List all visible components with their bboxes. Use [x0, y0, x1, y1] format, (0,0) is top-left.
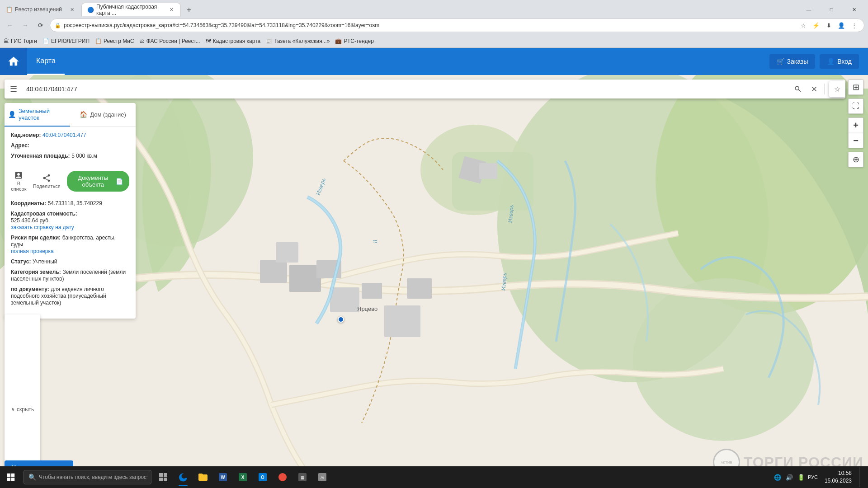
bm4-label: ФАС России | Реест...: [146, 38, 200, 44]
tab1-close[interactable]: ✕: [68, 6, 75, 13]
documents-button[interactable]: Документы объекта 📄: [67, 171, 129, 192]
map-nav-link[interactable]: Карта: [27, 48, 65, 75]
taskbar-app-app8[interactable]: Ai: [312, 467, 332, 487]
back-button[interactable]: ←: [4, 19, 16, 32]
svg-text:Ai: Ai: [321, 475, 324, 480]
tab-land-plot[interactable]: 👤 Земельный участок: [5, 103, 70, 127]
hide-label: скрыть: [17, 406, 34, 413]
svg-text:W: W: [221, 475, 225, 480]
address-box[interactable]: 🔒 росреестр-выписка.рус/кадастровая_карт…: [50, 19, 864, 32]
bookmark-egrip[interactable]: 📄 ЕГРЮЛ/ЕГРИП: [42, 38, 90, 44]
forward-button[interactable]: →: [19, 19, 32, 32]
start-button[interactable]: [0, 466, 22, 488]
taskbar-app-excel[interactable]: X: [233, 467, 253, 487]
taskbar-search-text: Чтобы начать поиск, введите здесь запрос: [39, 474, 146, 480]
svg-rect-8: [260, 260, 287, 283]
taskbar-app-app6[interactable]: [273, 467, 292, 487]
home-button[interactable]: [0, 48, 27, 75]
tray-network-icon[interactable]: 🌐: [773, 473, 782, 482]
tab1-title: Реестр извещений: [15, 6, 62, 13]
tab-building[interactable]: 🏠 Дом (здание): [70, 103, 136, 127]
status-label: Статус:: [11, 258, 31, 265]
minimize-button[interactable]: —: [798, 3, 819, 16]
reload-button[interactable]: ⟳: [34, 19, 47, 32]
list-icon: [14, 171, 23, 180]
search-divider: [824, 84, 825, 94]
fullscreen-button[interactable]: ⛶: [848, 99, 863, 114]
taskbar-app-outlook[interactable]: O: [253, 467, 273, 487]
kad-stoimost-row: Кадастровая стоимость: 525 430.64 руб. з…: [11, 210, 129, 230]
taskbar-right: 🌐 🔊 🔋 РУС 10:58 15.06.2023: [773, 467, 868, 487]
proverka-link[interactable]: полная проверка: [11, 248, 54, 254]
language-label: РУС: [808, 474, 818, 480]
share-button[interactable]: Поделиться: [33, 174, 61, 189]
orders-button[interactable]: 🛒 Заказы: [769, 54, 816, 69]
download-icon[interactable]: ⬇: [823, 20, 834, 31]
login-button[interactable]: 👤 Вход: [820, 54, 859, 69]
svg-rect-9: [276, 242, 298, 263]
systray: 🌐 🔊 🔋 РУС: [773, 473, 817, 482]
tab2-close[interactable]: ✕: [169, 6, 175, 14]
panel-body-details: Координаты: 54.733118, 35.740229 Кадастр…: [5, 195, 136, 314]
taskbar-search[interactable]: 🔍 Чтобы начать поиск, введите здесь запр…: [24, 470, 151, 484]
bookmark-rts[interactable]: 💼 РТС-тендер: [335, 38, 373, 44]
svg-rect-14: [384, 305, 420, 337]
map-container[interactable]: Изверь Изверь Изверь ≈ Ярцево ☰ ☆ 👤 Зе: [0, 75, 868, 488]
kad-stoimost-label: Кадастровая стоимость:: [11, 211, 77, 217]
add-to-list-button[interactable]: В список: [11, 171, 27, 192]
status-row: Статус: Учтенный: [11, 258, 129, 265]
bookmark-star-icon[interactable]: ☆: [798, 20, 809, 31]
search-input[interactable]: [23, 85, 790, 93]
address-bar-row: ← → ⟳ 🔒 росреестр-выписка.рус/кадастрова…: [0, 16, 868, 34]
riski-label: Риски при сделки:: [11, 235, 61, 241]
clock-time: 10:58: [825, 469, 852, 477]
bookmark-cadastre[interactable]: 🗺 Кадастровая карта: [206, 38, 261, 44]
adres-row: Адрес:: [11, 142, 129, 149]
kad-nomer-value[interactable]: 40:04:070401:477: [42, 132, 86, 138]
tray-battery-icon[interactable]: 🔋: [797, 473, 806, 482]
search-submit-button[interactable]: [790, 81, 806, 97]
spravka-link[interactable]: заказать справку на дату: [11, 224, 74, 230]
app8-icon: Ai: [317, 472, 328, 483]
close-button[interactable]: ✕: [844, 3, 864, 16]
layers-button[interactable]: ⊞: [848, 80, 863, 95]
bookmark-fas[interactable]: ⚖ ФАС России | Реест...: [140, 38, 200, 44]
hamburger-menu-button[interactable]: ☰: [5, 80, 23, 99]
taskbar-app-word[interactable]: W: [213, 467, 233, 487]
svg-point-24: [278, 473, 287, 481]
watermark-circle-text: АКТИВ: [721, 460, 732, 465]
tab-reestry[interactable]: 📋 Реестр извещений ✕: [0, 3, 81, 16]
map-controls-right: ⊞ ⛶ + − ⊕: [848, 80, 863, 167]
taskbar-clock[interactable]: 10:58 15.06.2023: [821, 469, 855, 485]
tray-volume-icon[interactable]: 🔊: [785, 473, 794, 482]
geolocate-button[interactable]: ⊕: [848, 152, 863, 167]
show-desktop-button[interactable]: [859, 467, 863, 487]
tab2-label: Дом (здание): [90, 111, 126, 118]
bookmark-reestr-mis[interactable]: 📋 Реестр МиС: [95, 38, 134, 44]
zoom-in-button[interactable]: +: [848, 117, 863, 133]
profile-icon[interactable]: 👤: [836, 20, 847, 31]
zoom-group: + −: [848, 117, 863, 148]
tab1-label: Земельный участок: [19, 108, 66, 121]
excel-icon: X: [237, 472, 248, 483]
map-bookmark-button[interactable]: ☆: [829, 81, 845, 97]
browser-chrome: 📋 Реестр извещений ✕ 🔵 Публичная кадастр…: [0, 0, 868, 48]
settings-dots-icon[interactable]: ⋮: [849, 20, 859, 31]
riski-row: Риски при сделки: банкротства, аресты, с…: [11, 234, 129, 254]
maximize-button[interactable]: □: [821, 3, 842, 16]
share-btn-label: Поделиться: [33, 183, 61, 189]
taskbar-app-taskview[interactable]: [153, 467, 173, 487]
extension-icon[interactable]: ⚡: [811, 20, 821, 31]
tab-cadastre[interactable]: 🔵 Публичная кадастровая карта ... ✕: [81, 3, 181, 16]
new-tab-button[interactable]: +: [183, 4, 195, 16]
tray-rus-label[interactable]: РУС: [808, 473, 817, 482]
bm4-icon: ⚖: [140, 38, 145, 44]
zoom-out-button[interactable]: −: [848, 133, 863, 148]
taskbar-app-edge[interactable]: [173, 467, 193, 487]
bookmark-gis-torgi[interactable]: 🏛 ГИС Торги: [4, 38, 37, 44]
doc-row: по документу: для ведения личного подсоб…: [11, 286, 129, 306]
taskbar-app-files[interactable]: [193, 467, 213, 487]
search-clear-button[interactable]: [806, 81, 822, 97]
bookmark-gazeta[interactable]: 📰 Газета «Калужская...»: [266, 38, 330, 44]
taskbar-app-app7[interactable]: ▦: [292, 467, 312, 487]
